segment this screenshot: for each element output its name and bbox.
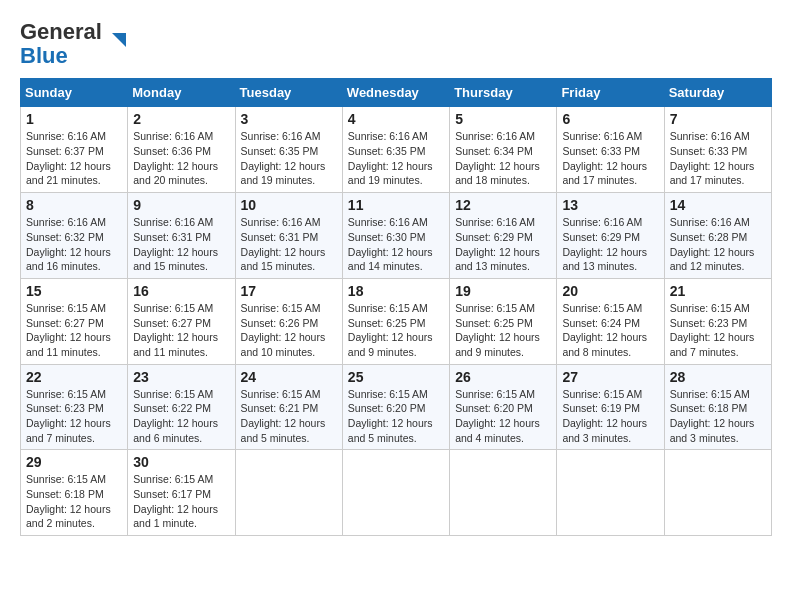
day-info: Sunrise: 6:15 AM Sunset: 6:20 PM Dayligh… bbox=[455, 387, 551, 446]
calendar-day-cell: 7Sunrise: 6:16 AM Sunset: 6:33 PM Daylig… bbox=[664, 107, 771, 193]
day-number: 22 bbox=[26, 369, 122, 385]
calendar-day-cell: 3Sunrise: 6:16 AM Sunset: 6:35 PM Daylig… bbox=[235, 107, 342, 193]
day-info: Sunrise: 6:15 AM Sunset: 6:19 PM Dayligh… bbox=[562, 387, 658, 446]
day-info: Sunrise: 6:16 AM Sunset: 6:29 PM Dayligh… bbox=[562, 215, 658, 274]
day-info: Sunrise: 6:16 AM Sunset: 6:35 PM Dayligh… bbox=[241, 129, 337, 188]
day-number: 2 bbox=[133, 111, 229, 127]
calendar-day-cell: 21Sunrise: 6:15 AM Sunset: 6:23 PM Dayli… bbox=[664, 278, 771, 364]
day-number: 9 bbox=[133, 197, 229, 213]
calendar-day-cell: 29Sunrise: 6:15 AM Sunset: 6:18 PM Dayli… bbox=[21, 450, 128, 536]
calendar-table: SundayMondayTuesdayWednesdayThursdayFrid… bbox=[20, 78, 772, 536]
day-number: 20 bbox=[562, 283, 658, 299]
day-info: Sunrise: 6:15 AM Sunset: 6:25 PM Dayligh… bbox=[348, 301, 444, 360]
day-number: 7 bbox=[670, 111, 766, 127]
day-info: Sunrise: 6:15 AM Sunset: 6:24 PM Dayligh… bbox=[562, 301, 658, 360]
calendar-day-cell: 13Sunrise: 6:16 AM Sunset: 6:29 PM Dayli… bbox=[557, 193, 664, 279]
day-info: Sunrise: 6:16 AM Sunset: 6:34 PM Dayligh… bbox=[455, 129, 551, 188]
day-info: Sunrise: 6:16 AM Sunset: 6:32 PM Dayligh… bbox=[26, 215, 122, 274]
day-number: 26 bbox=[455, 369, 551, 385]
calendar-week-row: 15Sunrise: 6:15 AM Sunset: 6:27 PM Dayli… bbox=[21, 278, 772, 364]
day-info: Sunrise: 6:16 AM Sunset: 6:30 PM Dayligh… bbox=[348, 215, 444, 274]
calendar-day-cell: 9Sunrise: 6:16 AM Sunset: 6:31 PM Daylig… bbox=[128, 193, 235, 279]
empty-cell bbox=[664, 450, 771, 536]
calendar-day-cell: 14Sunrise: 6:16 AM Sunset: 6:28 PM Dayli… bbox=[664, 193, 771, 279]
calendar-day-cell: 20Sunrise: 6:15 AM Sunset: 6:24 PM Dayli… bbox=[557, 278, 664, 364]
calendar-week-row: 29Sunrise: 6:15 AM Sunset: 6:18 PM Dayli… bbox=[21, 450, 772, 536]
day-info: Sunrise: 6:16 AM Sunset: 6:35 PM Dayligh… bbox=[348, 129, 444, 188]
header-sunday: Sunday bbox=[21, 79, 128, 107]
day-number: 30 bbox=[133, 454, 229, 470]
day-info: Sunrise: 6:15 AM Sunset: 6:18 PM Dayligh… bbox=[670, 387, 766, 446]
empty-cell bbox=[450, 450, 557, 536]
header-monday: Monday bbox=[128, 79, 235, 107]
day-info: Sunrise: 6:16 AM Sunset: 6:36 PM Dayligh… bbox=[133, 129, 229, 188]
logo-text: GeneralBlue bbox=[20, 20, 102, 68]
day-number: 15 bbox=[26, 283, 122, 299]
logo-icon bbox=[106, 31, 128, 53]
day-number: 6 bbox=[562, 111, 658, 127]
day-info: Sunrise: 6:15 AM Sunset: 6:25 PM Dayligh… bbox=[455, 301, 551, 360]
calendar-day-cell: 27Sunrise: 6:15 AM Sunset: 6:19 PM Dayli… bbox=[557, 364, 664, 450]
calendar-day-cell: 30Sunrise: 6:15 AM Sunset: 6:17 PM Dayli… bbox=[128, 450, 235, 536]
day-number: 8 bbox=[26, 197, 122, 213]
day-info: Sunrise: 6:15 AM Sunset: 6:27 PM Dayligh… bbox=[133, 301, 229, 360]
calendar-day-cell: 19Sunrise: 6:15 AM Sunset: 6:25 PM Dayli… bbox=[450, 278, 557, 364]
calendar-week-row: 22Sunrise: 6:15 AM Sunset: 6:23 PM Dayli… bbox=[21, 364, 772, 450]
calendar-day-cell: 6Sunrise: 6:16 AM Sunset: 6:33 PM Daylig… bbox=[557, 107, 664, 193]
day-info: Sunrise: 6:15 AM Sunset: 6:23 PM Dayligh… bbox=[670, 301, 766, 360]
day-number: 12 bbox=[455, 197, 551, 213]
calendar-day-cell: 17Sunrise: 6:15 AM Sunset: 6:26 PM Dayli… bbox=[235, 278, 342, 364]
logo: GeneralBlue bbox=[20, 20, 128, 68]
day-number: 29 bbox=[26, 454, 122, 470]
day-number: 5 bbox=[455, 111, 551, 127]
header: GeneralBlue bbox=[20, 20, 772, 68]
calendar-day-cell: 25Sunrise: 6:15 AM Sunset: 6:20 PM Dayli… bbox=[342, 364, 449, 450]
header-wednesday: Wednesday bbox=[342, 79, 449, 107]
header-friday: Friday bbox=[557, 79, 664, 107]
day-number: 10 bbox=[241, 197, 337, 213]
day-number: 25 bbox=[348, 369, 444, 385]
day-number: 24 bbox=[241, 369, 337, 385]
day-info: Sunrise: 6:16 AM Sunset: 6:31 PM Dayligh… bbox=[241, 215, 337, 274]
day-info: Sunrise: 6:15 AM Sunset: 6:22 PM Dayligh… bbox=[133, 387, 229, 446]
day-info: Sunrise: 6:15 AM Sunset: 6:20 PM Dayligh… bbox=[348, 387, 444, 446]
day-number: 14 bbox=[670, 197, 766, 213]
day-info: Sunrise: 6:16 AM Sunset: 6:29 PM Dayligh… bbox=[455, 215, 551, 274]
day-info: Sunrise: 6:15 AM Sunset: 6:23 PM Dayligh… bbox=[26, 387, 122, 446]
day-number: 18 bbox=[348, 283, 444, 299]
day-number: 23 bbox=[133, 369, 229, 385]
calendar-day-cell: 1Sunrise: 6:16 AM Sunset: 6:37 PM Daylig… bbox=[21, 107, 128, 193]
day-info: Sunrise: 6:15 AM Sunset: 6:27 PM Dayligh… bbox=[26, 301, 122, 360]
empty-cell bbox=[235, 450, 342, 536]
empty-cell bbox=[557, 450, 664, 536]
day-info: Sunrise: 6:15 AM Sunset: 6:21 PM Dayligh… bbox=[241, 387, 337, 446]
day-number: 11 bbox=[348, 197, 444, 213]
calendar-week-row: 1Sunrise: 6:16 AM Sunset: 6:37 PM Daylig… bbox=[21, 107, 772, 193]
calendar-day-cell: 2Sunrise: 6:16 AM Sunset: 6:36 PM Daylig… bbox=[128, 107, 235, 193]
day-number: 13 bbox=[562, 197, 658, 213]
calendar-day-cell: 8Sunrise: 6:16 AM Sunset: 6:32 PM Daylig… bbox=[21, 193, 128, 279]
day-number: 1 bbox=[26, 111, 122, 127]
calendar-day-cell: 10Sunrise: 6:16 AM Sunset: 6:31 PM Dayli… bbox=[235, 193, 342, 279]
header-tuesday: Tuesday bbox=[235, 79, 342, 107]
day-info: Sunrise: 6:16 AM Sunset: 6:33 PM Dayligh… bbox=[562, 129, 658, 188]
calendar-week-row: 8Sunrise: 6:16 AM Sunset: 6:32 PM Daylig… bbox=[21, 193, 772, 279]
day-number: 4 bbox=[348, 111, 444, 127]
calendar-day-cell: 16Sunrise: 6:15 AM Sunset: 6:27 PM Dayli… bbox=[128, 278, 235, 364]
day-info: Sunrise: 6:16 AM Sunset: 6:28 PM Dayligh… bbox=[670, 215, 766, 274]
day-info: Sunrise: 6:15 AM Sunset: 6:17 PM Dayligh… bbox=[133, 472, 229, 531]
calendar-day-cell: 12Sunrise: 6:16 AM Sunset: 6:29 PM Dayli… bbox=[450, 193, 557, 279]
day-number: 3 bbox=[241, 111, 337, 127]
calendar-day-cell: 18Sunrise: 6:15 AM Sunset: 6:25 PM Dayli… bbox=[342, 278, 449, 364]
calendar-day-cell: 5Sunrise: 6:16 AM Sunset: 6:34 PM Daylig… bbox=[450, 107, 557, 193]
calendar-day-cell: 24Sunrise: 6:15 AM Sunset: 6:21 PM Dayli… bbox=[235, 364, 342, 450]
day-info: Sunrise: 6:15 AM Sunset: 6:26 PM Dayligh… bbox=[241, 301, 337, 360]
day-info: Sunrise: 6:15 AM Sunset: 6:18 PM Dayligh… bbox=[26, 472, 122, 531]
calendar-day-cell: 11Sunrise: 6:16 AM Sunset: 6:30 PM Dayli… bbox=[342, 193, 449, 279]
day-number: 19 bbox=[455, 283, 551, 299]
empty-cell bbox=[342, 450, 449, 536]
day-number: 28 bbox=[670, 369, 766, 385]
day-number: 16 bbox=[133, 283, 229, 299]
calendar-day-cell: 4Sunrise: 6:16 AM Sunset: 6:35 PM Daylig… bbox=[342, 107, 449, 193]
calendar-header-row: SundayMondayTuesdayWednesdayThursdayFrid… bbox=[21, 79, 772, 107]
